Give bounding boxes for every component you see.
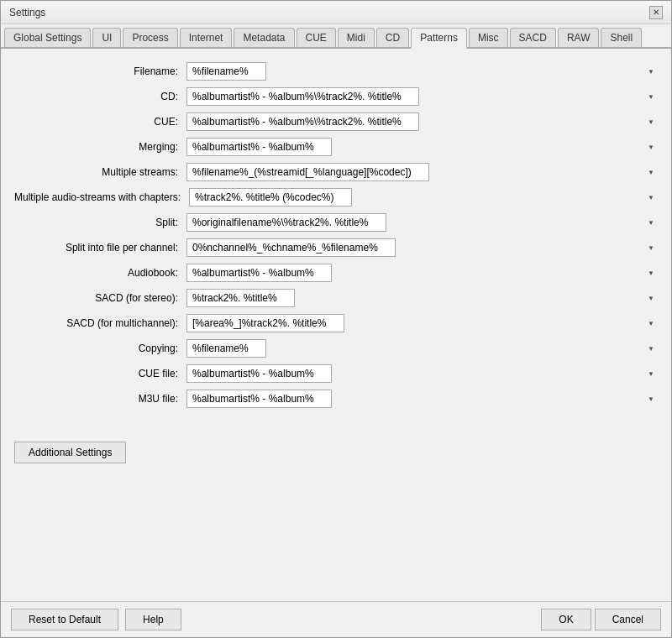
select-wrapper-2: %albumartist% - %album%\%track2%. %title… <box>186 112 658 131</box>
select-wrapper-1: %albumartist% - %album%\%track2%. %title… <box>186 87 658 106</box>
footer-right: OK Cancel <box>541 609 661 630</box>
form-row-8: Audiobook:%albumartist% - %album% <box>14 264 658 282</box>
tab-cue[interactable]: CUE <box>297 28 336 47</box>
settings-window: Settings ✕ Global SettingsUIProcessInter… <box>0 0 672 638</box>
select-wrapper-10: [%area%_]%track2%. %title% <box>186 314 658 332</box>
select-wrapper-13: %albumartist% - %album% <box>186 390 658 408</box>
select-wrapper-3: %albumartist% - %album% <box>186 138 658 156</box>
title-bar: Settings ✕ <box>1 1 671 24</box>
select-wrapper-5: %track2%. %title% (%codec%) <box>189 188 658 207</box>
select-wrapper-12: %albumartist% - %album% <box>186 364 658 383</box>
close-button[interactable]: ✕ <box>649 6 663 19</box>
form-select-11[interactable]: %filename% <box>186 339 266 358</box>
tab-cd[interactable]: CD <box>376 28 409 47</box>
select-wrapper-8: %albumartist% - %album% <box>186 264 658 282</box>
form-label-11: Copying: <box>14 343 178 354</box>
form-select-10[interactable]: [%area%_]%track2%. %title% <box>186 314 344 332</box>
form-row-1: CD:%albumartist% - %album%\%track2%. %ti… <box>14 87 658 106</box>
form-label-4: Multiple streams: <box>14 166 178 178</box>
form-label-6: Split: <box>14 217 178 228</box>
tab-shell[interactable]: Shell <box>601 28 642 47</box>
select-wrapper-7: 0%nchannel%_%chname%_%filename% <box>186 238 658 257</box>
content-area: Filename:%filename%CD:%albumartist% - %a… <box>1 49 671 601</box>
window-title: Settings <box>9 7 45 18</box>
tabs-bar: Global SettingsUIProcessInternetMetadata… <box>1 24 671 49</box>
tab-sacd[interactable]: SACD <box>510 28 556 47</box>
form-row-11: Copying:%filename% <box>14 339 658 358</box>
select-wrapper-6: %originalfilename%\%track2%. %title% <box>186 213 658 232</box>
tab-patterns[interactable]: Patterns <box>411 28 467 49</box>
select-wrapper-4: %filename%_(%streamid[_%language][%codec… <box>186 163 658 181</box>
form-label-5: Multiple audio-streams with chapters: <box>14 191 181 203</box>
form-row-5: Multiple audio-streams with chapters:%tr… <box>14 188 658 207</box>
tab-metadata[interactable]: Metadata <box>234 28 294 47</box>
form-label-13: M3U file: <box>14 393 178 405</box>
form-select-1[interactable]: %albumartist% - %album%\%track2%. %title… <box>186 87 419 106</box>
form-row-0: Filename:%filename% <box>14 62 658 81</box>
form-select-13[interactable]: %albumartist% - %album% <box>186 390 332 408</box>
form-select-5[interactable]: %track2%. %title% (%codec%) <box>189 188 352 207</box>
form-row-2: CUE:%albumartist% - %album%\%track2%. %t… <box>14 112 658 131</box>
form-select-8[interactable]: %albumartist% - %album% <box>186 264 332 282</box>
form-row-13: M3U file:%albumartist% - %album% <box>14 390 658 408</box>
tab-ui[interactable]: UI <box>92 28 121 47</box>
ok-button[interactable]: OK <box>541 609 591 630</box>
tab-internet[interactable]: Internet <box>180 28 233 47</box>
footer-left: Reset to Default Help <box>11 609 181 630</box>
form-label-9: SACD (for stereo): <box>14 292 178 304</box>
form-label-1: CD: <box>14 91 178 102</box>
form-label-7: Split into file per channel: <box>14 242 178 254</box>
form-select-7[interactable]: 0%nchannel%_%chname%_%filename% <box>186 238 396 257</box>
select-wrapper-11: %filename% <box>186 339 658 358</box>
form-select-3[interactable]: %albumartist% - %album% <box>186 138 332 156</box>
form-label-10: SACD (for multichannel): <box>14 317 178 329</box>
form-row-6: Split:%originalfilename%\%track2%. %titl… <box>14 213 658 232</box>
form-label-8: Audiobook: <box>14 267 178 279</box>
form-label-3: Merging: <box>14 141 178 153</box>
form-row-7: Split into file per channel:0%nchannel%_… <box>14 238 658 257</box>
tab-raw[interactable]: RAW <box>558 28 600 47</box>
reset-button[interactable]: Reset to Default <box>11 609 118 630</box>
form-select-12[interactable]: %albumartist% - %album% <box>186 364 332 383</box>
form-label-0: Filename: <box>14 65 178 77</box>
tab-process[interactable]: Process <box>123 28 177 47</box>
form-select-9[interactable]: %track2%. %title% <box>186 289 295 307</box>
form-row-4: Multiple streams:%filename%_(%streamid[_… <box>14 163 658 181</box>
help-button[interactable]: Help <box>125 609 181 630</box>
cancel-button[interactable]: Cancel <box>595 609 661 630</box>
form-row-9: SACD (for stereo):%track2%. %title% <box>14 289 658 307</box>
footer: Reset to Default Help OK Cancel <box>1 601 671 637</box>
form-label-12: CUE file: <box>14 368 178 379</box>
form-select-4[interactable]: %filename%_(%streamid[_%language][%codec… <box>186 163 429 181</box>
tab-global-settings[interactable]: Global Settings <box>4 28 91 47</box>
select-wrapper-9: %track2%. %title% <box>186 289 658 307</box>
form-row-12: CUE file:%albumartist% - %album% <box>14 364 658 383</box>
form-row-10: SACD (for multichannel):[%area%_]%track2… <box>14 314 658 332</box>
additional-settings-button[interactable]: Additional Settings <box>14 442 126 463</box>
form-label-2: CUE: <box>14 116 178 128</box>
form-row-3: Merging:%albumartist% - %album% <box>14 138 658 156</box>
form-select-6[interactable]: %originalfilename%\%track2%. %title% <box>186 213 386 232</box>
form-select-0[interactable]: %filename% <box>186 62 266 81</box>
select-wrapper-0: %filename% <box>186 62 658 81</box>
tab-midi[interactable]: Midi <box>338 28 375 47</box>
tab-misc[interactable]: Misc <box>469 28 508 47</box>
form-select-2[interactable]: %albumartist% - %album%\%track2%. %title… <box>186 112 419 131</box>
